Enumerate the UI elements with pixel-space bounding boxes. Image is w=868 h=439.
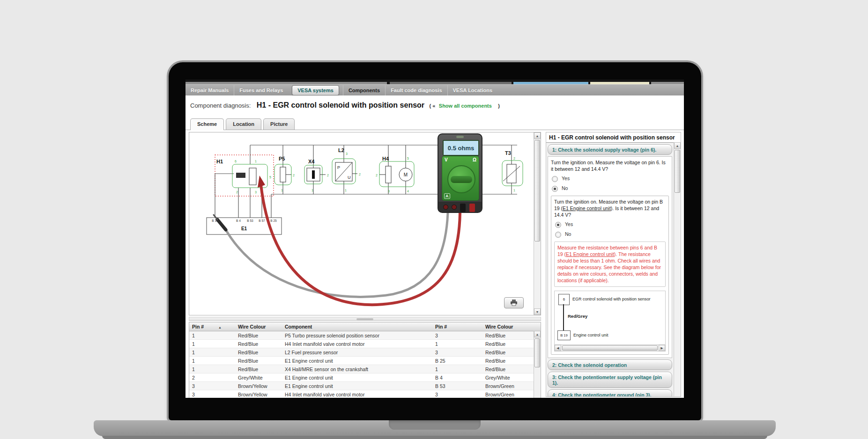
repair-instruction: Measure the resistance between pins 6 an… <box>554 241 666 287</box>
cell-pin-1: 1 <box>189 366 238 372</box>
nav-tab-vesa-locations[interactable]: VESA Locations <box>447 85 498 95</box>
table-row[interactable]: 1 Red/Blue X4 Hall/MRE sensor on the cra… <box>189 365 541 373</box>
h4-label: H4 <box>382 156 389 161</box>
followup-box: Turn the ignition on. Measure the voltag… <box>551 196 669 355</box>
table-row[interactable]: 3 Brown/Yellow E1 Engine control unit B … <box>189 382 541 390</box>
multimeter-dial[interactable] <box>447 165 475 193</box>
scrollbar-thumb[interactable] <box>534 140 540 241</box>
col-wire-colour-2[interactable]: Wire Colour <box>485 324 532 329</box>
cell-wire-colour-1: Red/Blue <box>238 358 285 364</box>
scrollbar-thumb[interactable] <box>534 338 540 367</box>
cell-pin-1: 3 <box>189 383 238 389</box>
cell-wire-colour-2: Brown/Green <box>485 383 532 389</box>
step-button[interactable]: 2: Check the solenoid operation <box>548 359 672 370</box>
nav-tab-vesa-systems[interactable]: VESA systems <box>292 85 339 95</box>
pin-digit: 1 <box>345 189 347 192</box>
scroll-up-icon[interactable]: ▲ <box>674 142 681 149</box>
work-area: B 19 B 4 B 53 B 57 B 25 E1 H1 6 1 5 2 3 <box>185 130 684 398</box>
radio-checked-icon[interactable] <box>552 186 558 192</box>
step-button[interactable]: 3: Check the potentiometer supply voltag… <box>548 372 672 388</box>
jack <box>452 205 457 210</box>
scroll-up-icon[interactable]: ▲ <box>534 132 541 139</box>
multimeter-knob[interactable] <box>451 176 472 183</box>
step-1-button[interactable]: 1: Check the solenoid supply voltage (pi… <box>548 144 672 155</box>
pin-digit: 3 <box>346 152 348 155</box>
nav-tab-repair-manuals[interactable]: Repair Manuals <box>185 85 234 95</box>
table-row[interactable]: 1 Red/Blue E1 Engine control unit B 25 R… <box>189 357 541 365</box>
laptop-screen: Repair Manuals Fuses and Relays VESA sys… <box>185 80 684 398</box>
pin-digit: 1 <box>281 189 283 192</box>
splitter-grip-icon[interactable] <box>356 318 373 320</box>
pin-digit: 2 <box>359 173 361 176</box>
col-label: Pin # <box>192 324 204 329</box>
print-button[interactable] <box>504 297 524 308</box>
radio-unchecked-icon[interactable] <box>555 232 561 238</box>
wire-top-pin: 6 <box>558 294 570 305</box>
table-row[interactable]: 1 Red/Blue L2 Fuel pressure sensor 3 Red… <box>189 348 541 357</box>
table-row[interactable]: 1 Red/Blue P5 Turbo pressure solenoid po… <box>189 331 541 340</box>
tab-picture[interactable]: Picture <box>263 118 295 130</box>
more-steps: 2: Check the solenoid operation 3: Check… <box>548 359 672 397</box>
cell-component: E1 Engine control unit <box>285 383 435 389</box>
cell-wire-colour-1: Red/Blue <box>238 366 285 372</box>
scroll-up-icon[interactable]: ▲ <box>534 331 541 337</box>
cell-pin-1: 1 <box>189 333 238 338</box>
panel-splitter[interactable] <box>189 317 541 321</box>
show-all-components-link[interactable]: Show all components <box>439 103 492 109</box>
radio-checked-icon[interactable] <box>555 222 561 228</box>
cell-wire-colour-2: Red/Blue <box>485 366 532 372</box>
pin-digit: 2 <box>236 190 238 194</box>
cell-wire-colour-1: Brown/Yellow <box>238 383 285 389</box>
link-paren-open: ( « <box>430 103 436 109</box>
wire-bottom-pin: B 19 <box>557 330 571 340</box>
cell-component: E1 Engine control unit <box>285 358 435 364</box>
cell-component: E1 Engine control unit <box>285 375 435 380</box>
table-scrollbar[interactable]: ▲ <box>534 331 541 398</box>
table-row[interactable]: 3 Brown/Yellow H4 Inlet manifold valve c… <box>189 390 541 398</box>
red-probe-cable <box>261 185 460 305</box>
cell-wire-colour-2: Red/Blue <box>485 358 532 364</box>
table-row[interactable]: 2 Grey/White E1 Engine control unit B 4 … <box>189 373 541 382</box>
diagnosis-scrollbar[interactable]: ▲ <box>674 142 681 396</box>
q1-no-label: No <box>562 185 568 192</box>
pin-digit: 2 <box>513 157 515 160</box>
table-row[interactable]: 1 Red/Blue H4 Inlet manifold valve contr… <box>189 340 541 348</box>
scheme-scrollbar[interactable]: ▲ ▼ <box>534 132 541 315</box>
scroll-right-icon[interactable]: ▶ <box>659 345 665 351</box>
scroll-left-icon[interactable]: ◀ <box>555 345 561 351</box>
q2-yes-option[interactable]: Yes <box>555 221 666 228</box>
tab-location[interactable]: Location <box>226 118 261 130</box>
cell-wire-colour-1: Brown/Yellow <box>238 392 285 397</box>
scrollbar-thumb[interactable] <box>562 345 658 351</box>
col-wire-colour-1[interactable]: Wire Colour <box>238 324 285 329</box>
h1-solenoid <box>236 173 245 178</box>
laptop-base-strip <box>102 436 767 439</box>
e1-link[interactable]: E1 Engine control unit <box>563 205 611 211</box>
radio-unchecked-icon[interactable] <box>552 176 558 182</box>
scroll-down-icon[interactable]: ▼ <box>534 308 541 315</box>
q1-yes-option[interactable]: Yes <box>552 176 669 182</box>
step-button[interactable]: 4: Check the potentiometer ground (pin 3… <box>548 389 672 397</box>
step-1-content: Turn the ignition on. Measure the voltag… <box>548 156 672 358</box>
tab-scheme[interactable]: Scheme <box>190 118 224 130</box>
x4-label: X4 <box>308 159 315 164</box>
nav-tab-fault-code-diagnosis[interactable]: Fault code diagnosis <box>385 85 447 95</box>
pin-digit: 3 <box>388 190 390 193</box>
scrollbar-thumb[interactable] <box>675 150 680 193</box>
e1-link[interactable]: E1 Engine control unit <box>566 251 614 257</box>
col-component[interactable]: Component <box>285 324 435 329</box>
q1-no-option[interactable]: No <box>552 185 669 192</box>
col-pin-1[interactable]: Pin # ▲ <box>189 324 238 329</box>
l2-label: L2 <box>338 147 344 153</box>
wire-bottom-label: Engine control unit <box>573 333 608 338</box>
cell-wire-colour-1: Red/Blue <box>238 341 285 347</box>
pin-digit: 5 <box>269 176 271 179</box>
col-pin-2[interactable]: Pin # <box>435 324 485 329</box>
q2-no-option[interactable]: No <box>555 231 666 238</box>
h4-motor-m: M <box>404 172 408 177</box>
ohms-label: Ω <box>473 157 476 162</box>
wire-diagram-hscrollbar[interactable]: ◀ ▶ <box>555 344 665 351</box>
nav-tab-components[interactable]: Components <box>343 85 385 95</box>
pin-digit: 1 <box>312 189 313 192</box>
nav-tab-fuses-and-relays[interactable]: Fuses and Relays <box>234 85 288 95</box>
